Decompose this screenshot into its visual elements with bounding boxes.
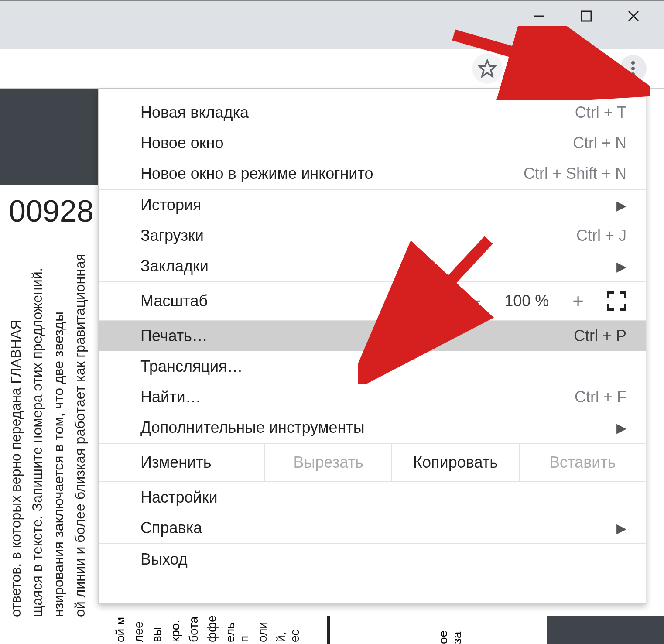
vertical-text-line: ответов, в которых верно передана ГЛАВНА… — [8, 255, 24, 617]
menu-label: Загрузки — [140, 226, 204, 245]
pdf-dark-background — [0, 89, 98, 185]
fullscreen-icon[interactable] — [607, 291, 626, 311]
zoom-label: Масштаб — [140, 292, 208, 310]
menu-item-settings[interactable]: Настройки — [99, 482, 646, 513]
zoom-in-button[interactable]: + — [572, 290, 584, 312]
menu-dots-button[interactable] — [620, 55, 647, 82]
edit-label: Изменить — [99, 444, 264, 481]
menu-item-more-tools[interactable]: Дополнительные инструменты ▶ — [99, 412, 646, 443]
menu-label: Новое окно в режиме инкогнито — [140, 164, 373, 183]
menu-item-find[interactable]: Найти… Ctrl + F — [99, 382, 646, 412]
chevron-right-icon: ▶ — [616, 420, 626, 435]
vertical-text-line: нзирования заключается в том, что две зв… — [51, 255, 67, 617]
browser-toolbar — [0, 49, 664, 89]
title-bar — [0, 0, 664, 49]
dot-icon — [631, 67, 635, 70]
menu-item-exit[interactable]: Выход — [99, 544, 646, 575]
menu-item-help[interactable]: Справка ▶ — [99, 513, 646, 543]
menu-label: Найти… — [140, 388, 201, 406]
stub-text: кро. — [168, 616, 182, 642]
stub-text: й, ес — [274, 616, 302, 642]
stub-text: лее — [132, 616, 146, 642]
menu-label: Настройки — [140, 488, 218, 507]
menu-label: Дополнительные инструменты — [140, 418, 365, 437]
stub-text: бота — [187, 616, 201, 642]
close-button[interactable] — [625, 7, 642, 25]
divider — [327, 616, 330, 644]
chevron-right-icon: ▶ — [616, 198, 626, 213]
menu-item-zoom: Масштаб − 100 % + — [99, 282, 646, 320]
chevron-right-icon: ▶ — [616, 259, 626, 274]
menu-label: Новая вкладка — [140, 103, 249, 122]
extension-icon[interactable] — [517, 59, 537, 78]
menu-shortcut: Ctrl + T — [575, 103, 626, 122]
menu-item-new-window[interactable]: Новое окно Ctrl + N — [99, 128, 646, 158]
page-number-fragment: 00928 — [9, 194, 94, 229]
bottom-text-stubs: ой м лее вы кро. бота ффе ель п оли й, е… — [0, 616, 332, 644]
profile-avatar[interactable] — [585, 59, 605, 78]
zoom-out-button[interactable]: − — [470, 290, 481, 312]
menu-label: Новое окно — [140, 134, 223, 152]
zoom-controls: − 100 % + — [470, 290, 626, 312]
svg-marker-4 — [479, 61, 496, 77]
stub-text: оли — [256, 616, 270, 642]
vertical-text-line: щаяся в тексте. Запишите номера этих пре… — [29, 255, 45, 617]
stub-text: ель п — [223, 616, 251, 642]
pdf-dark-background — [547, 616, 664, 644]
dot-icon — [631, 72, 635, 76]
menu-shortcut: Ctrl + J — [576, 226, 626, 245]
menu-item-downloads[interactable]: Загрузки Ctrl + J — [99, 220, 646, 251]
minimize-button[interactable] — [531, 7, 548, 25]
copy-button[interactable]: Копировать — [391, 444, 518, 481]
stub-text: вы — [150, 616, 164, 642]
vertical-text-group: ответов, в которых верно передана ГЛАВНА… — [8, 255, 88, 560]
chrome-main-menu: Новая вкладка Ctrl + T Новое окно Ctrl +… — [98, 89, 646, 604]
vertical-text-line: ой линии и более близкая работает как гр… — [72, 255, 88, 617]
stub-text: ффе — [205, 616, 219, 642]
menu-item-edit: Изменить Вырезать Копировать Вставить — [99, 443, 646, 482]
menu-label: Выход — [140, 550, 188, 569]
menu-item-cast[interactable]: Трансляция… — [99, 351, 646, 382]
chevron-right-icon: ▶ — [616, 521, 626, 536]
menu-label: Печать… — [140, 327, 208, 345]
paste-button[interactable]: Вставить — [519, 444, 646, 481]
menu-item-incognito[interactable]: Новое окно в режиме инкогнито Ctrl + Shi… — [99, 158, 646, 189]
extensions-puzzle-icon[interactable] — [551, 59, 571, 78]
bookmark-star-button[interactable] — [472, 53, 503, 84]
zoom-value: 100 % — [504, 292, 549, 310]
svg-rect-1 — [582, 11, 591, 21]
menu-shortcut: Ctrl + N — [573, 134, 626, 152]
cut-button[interactable]: Вырезать — [264, 444, 391, 481]
menu-label: История — [140, 196, 202, 214]
menu-shortcut: Ctrl + Shift + N — [524, 164, 626, 183]
menu-label: Закладки — [140, 257, 209, 275]
menu-item-history[interactable]: История ▶ — [99, 190, 646, 220]
svg-point-5 — [528, 65, 531, 67]
menu-label: Трансляция… — [140, 357, 243, 376]
menu-item-bookmarks[interactable]: Закладки ▶ — [99, 251, 646, 281]
menu-label: Справка — [140, 519, 202, 537]
dot-icon — [631, 61, 635, 65]
stub-text: ое за — [436, 618, 464, 644]
window-controls — [531, 7, 664, 25]
maximize-button[interactable] — [578, 7, 595, 25]
menu-shortcut: Ctrl + P — [574, 327, 626, 345]
menu-item-print[interactable]: Печать… Ctrl + P — [99, 321, 646, 351]
content-area: 00928 ответов, в которых верно передана … — [0, 89, 664, 644]
menu-item-new-tab[interactable]: Новая вкладка Ctrl + T — [99, 97, 646, 128]
menu-shortcut: Ctrl + F — [575, 388, 626, 406]
stub-text: ой м — [113, 616, 127, 642]
